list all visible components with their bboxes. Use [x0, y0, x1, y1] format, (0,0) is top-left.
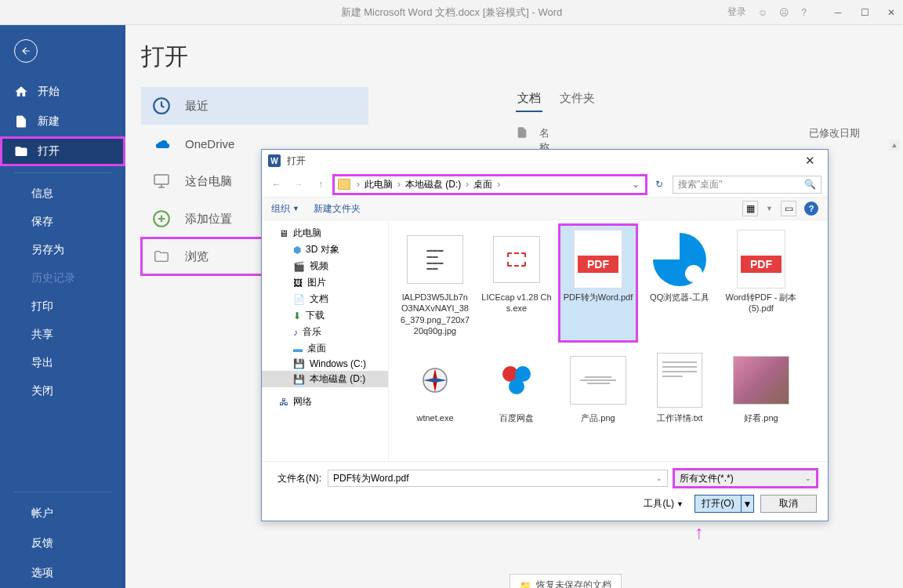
nav-up-button[interactable]: ↑: [312, 176, 329, 193]
tree-downloads[interactable]: ⬇下载: [262, 307, 388, 324]
breadcrumb-part[interactable]: 桌面: [470, 178, 495, 191]
sidebar-history: 历史记录: [0, 264, 125, 292]
annotation-arrow: ↑: [694, 521, 704, 543]
preview-button[interactable]: ▭: [781, 201, 796, 216]
file-name: PDF转为Word.pdf: [562, 292, 634, 303]
sidebar-open[interactable]: 打开: [0, 136, 125, 166]
cancel-button[interactable]: 取消: [760, 495, 817, 513]
breadcrumb-part[interactable]: 此电脑: [361, 178, 396, 191]
dialog-close-button[interactable]: ✕: [798, 154, 821, 168]
filetype-select[interactable]: 所有文件(*.*) ⌄: [674, 470, 817, 487]
file-item[interactable]: QQ浏览器-工具: [641, 225, 718, 341]
sidebar-save[interactable]: 保存: [0, 208, 125, 236]
file-name: 好看.png: [725, 412, 797, 423]
sidebar-export[interactable]: 导出: [0, 349, 125, 377]
file-item[interactable]: 工作详情.txt: [641, 346, 718, 428]
file-item[interactable]: ▬▬▬▬▬▬▬▬▬▬ lALPD3W5JLb7nO3NAXvNAYI_386_3…: [397, 225, 473, 341]
tree-network[interactable]: 🖧网络: [262, 394, 388, 410]
file-item-selected[interactable]: PDF转为Word.pdf: [560, 225, 636, 341]
tree-music[interactable]: ♪音乐: [262, 324, 388, 340]
picture-icon: 🖼: [293, 278, 303, 289]
doc-icon: 📄: [293, 294, 305, 305]
network-icon: 🖧: [279, 397, 288, 408]
search-input[interactable]: 搜索"桌面" 🔍: [673, 176, 821, 194]
tree-videos[interactable]: 🎬视频: [262, 258, 388, 274]
drive-icon: 💾: [293, 374, 305, 385]
close-button[interactable]: ✕: [886, 7, 897, 18]
location-recent[interactable]: 最近: [141, 87, 368, 125]
new-folder-button[interactable]: 新建文件夹: [314, 202, 361, 216]
video-icon: 🎬: [293, 261, 305, 272]
tab-folders[interactable]: 文件夹: [558, 86, 597, 112]
sidebar-start[interactable]: 开始: [0, 77, 125, 107]
location-label: 最近: [185, 99, 209, 114]
view-dropdown[interactable]: ▼: [766, 205, 773, 212]
file-item[interactable]: wtnet.exe: [397, 346, 473, 428]
breadcrumb-dropdown[interactable]: ⌄: [629, 179, 642, 190]
help-icon[interactable]: ?: [801, 7, 807, 18]
pc-icon: [150, 170, 172, 192]
login-link[interactable]: 登录: [727, 5, 746, 19]
location-label: 这台电脑: [185, 174, 232, 189]
sidebar-close[interactable]: 关闭: [0, 377, 125, 405]
file-item[interactable]: 产品.png: [560, 346, 636, 428]
file-item[interactable]: 百度网盘: [478, 346, 555, 428]
file-list: ▬▬▬▬▬▬▬▬▬▬ lALPD3W5JLb7nO3NAXvNAYI_386_3…: [389, 220, 828, 461]
dialog-title: 打开: [287, 154, 306, 168]
clock-icon: [150, 95, 172, 117]
scroll-up-button[interactable]: ▲: [889, 140, 900, 151]
tree-3dobjects[interactable]: ⬢3D 对象: [262, 241, 388, 258]
tree-windowsc[interactable]: 💾Windows (C:): [262, 357, 388, 371]
open-dropdown-button[interactable]: ▼: [742, 495, 754, 513]
sidebar-print[interactable]: 打印: [0, 292, 125, 321]
refresh-button[interactable]: ↻: [651, 176, 668, 193]
breadcrumb[interactable]: › 此电脑 › 本地磁盘 (D:) › 桌面 › ⌄: [334, 176, 646, 194]
breadcrumb-part[interactable]: 本地磁盘 (D:): [402, 178, 464, 191]
view-button[interactable]: ▦: [742, 201, 758, 216]
file-name: QQ浏览器-工具: [644, 292, 716, 303]
tree-desktop[interactable]: ▬桌面: [262, 340, 388, 357]
file-name: wtnet.exe: [399, 412, 471, 423]
face2-icon[interactable]: ☹: [779, 7, 789, 18]
sidebar-saveas[interactable]: 另存为: [0, 236, 125, 264]
chevron-down-icon[interactable]: ⌄: [656, 474, 662, 482]
tab-documents[interactable]: 文档: [516, 86, 542, 112]
filename-label: 文件名(N):: [273, 472, 321, 485]
drive-icon: 💾: [293, 358, 305, 369]
tree-locald[interactable]: 💾本地磁盘 (D:): [262, 371, 388, 387]
file-name: 产品.png: [562, 412, 634, 423]
sidebar-feedback[interactable]: 反馈: [0, 528, 125, 558]
sidebar-account[interactable]: 帐户: [0, 499, 125, 528]
sidebar-share[interactable]: 共享: [0, 321, 125, 349]
titlebar: 新建 Microsoft Word 文档.docx [兼容模式] - Word …: [0, 0, 903, 25]
tree-thispc[interactable]: 🖥此电脑: [262, 225, 388, 241]
help-button[interactable]: ?: [804, 201, 818, 216]
recover-unsaved-button[interactable]: 📁 恢复未保存的文档: [510, 574, 622, 588]
organize-button[interactable]: 组织 ▼: [271, 202, 299, 216]
back-button[interactable]: [14, 39, 38, 63]
sidebar-options[interactable]: 选项: [0, 558, 125, 588]
sidebar-item-label: 开始: [38, 85, 60, 99]
location-label: OneDrive: [185, 137, 234, 151]
download-icon: ⬇: [293, 310, 301, 321]
tools-button[interactable]: 工具(L) ▼: [639, 495, 688, 512]
search-placeholder: 搜索"桌面": [678, 178, 723, 191]
file-item[interactable]: Word转PDF - 副本 (5).pdf: [723, 225, 800, 341]
tree-documents[interactable]: 📄文档: [262, 291, 388, 307]
sidebar-new[interactable]: 新建: [0, 107, 125, 136]
nav-back-button[interactable]: ←: [268, 176, 285, 193]
open-button[interactable]: 打开(O): [694, 495, 742, 513]
file-item[interactable]: 好看.png: [723, 346, 800, 428]
sidebar-item-label: 打开: [38, 144, 60, 158]
nav-forward-button[interactable]: →: [290, 176, 307, 193]
file-item[interactable]: LICEcap v1.28 Chs.exe: [478, 225, 555, 341]
filename-input[interactable]: PDF转为Word.pdf ⌄: [328, 470, 668, 487]
sidebar-info[interactable]: 信息: [0, 180, 125, 208]
maximize-button[interactable]: ☐: [859, 7, 870, 18]
tree-pictures[interactable]: 🖼图片: [262, 274, 388, 291]
face-icon[interactable]: ☺: [758, 7, 767, 18]
word-icon: W: [268, 154, 281, 167]
document-icon: [14, 114, 28, 129]
file-name: 百度网盘: [481, 412, 553, 423]
minimize-button[interactable]: ─: [832, 7, 843, 18]
